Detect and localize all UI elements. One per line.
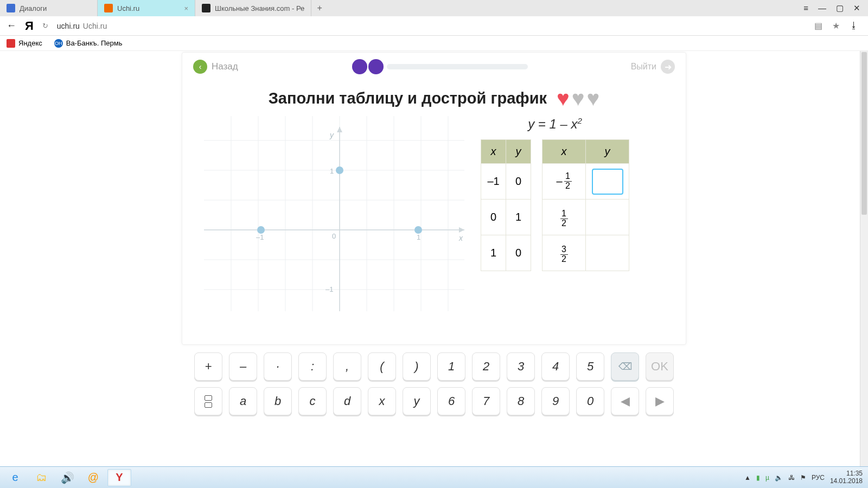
chevron-left-icon: ‹ xyxy=(193,60,207,74)
key-1[interactable]: 1 xyxy=(437,352,465,381)
values-table-right: xy –12 12 xyxy=(542,139,629,271)
tray-network-icon[interactable]: 🖧 xyxy=(788,474,795,481)
graph-point[interactable] xyxy=(257,226,265,234)
uchi-icon xyxy=(104,4,113,12)
equation: y = 1 – x2 xyxy=(528,116,582,132)
graph-point[interactable] xyxy=(414,226,422,234)
key-plus[interactable]: + xyxy=(194,352,222,381)
taskbar-at-icon[interactable]: @ xyxy=(81,469,105,486)
key-6[interactable]: 6 xyxy=(437,387,465,415)
key-0[interactable]: 0 xyxy=(576,387,604,415)
tab-uchi[interactable]: Uchi.ru × xyxy=(98,0,195,16)
key-3[interactable]: 3 xyxy=(507,352,535,381)
taskbar-clock[interactable]: 11:35 14.01.2018 xyxy=(830,470,863,485)
shield-icon[interactable]: ▤ xyxy=(814,21,822,31)
yandex-logo-icon[interactable]: Я xyxy=(25,19,34,33)
graph-canvas[interactable]: y x 0 1 –1 1 –1 xyxy=(204,116,464,311)
x-cell: 32 xyxy=(542,235,586,271)
url-text[interactable]: uchi.ruUchi.ru xyxy=(57,22,107,30)
key-comma[interactable]: , xyxy=(333,352,361,381)
tab-dialogs[interactable]: Диалоги xyxy=(0,0,98,16)
axis-y-label: y xyxy=(329,131,334,139)
bookmark-star-icon[interactable]: ★ xyxy=(832,21,840,31)
taskbar-sound-icon[interactable]: 🔊 xyxy=(55,469,79,486)
back-label: Назад xyxy=(212,61,238,72)
key-9[interactable]: 9 xyxy=(541,387,570,415)
tab-label: Uchi.ru xyxy=(117,4,139,12)
tray-volume-icon[interactable]: 🔈 xyxy=(775,474,783,481)
bookmark-yandex[interactable]: Яндекс xyxy=(18,39,42,47)
svg-marker-18 xyxy=(337,127,342,132)
new-tab-button[interactable]: + xyxy=(311,3,328,13)
hearts: ♥ ♥ ♥ xyxy=(557,86,599,111)
svg-text:–1: –1 xyxy=(256,233,264,241)
chat-icon xyxy=(7,4,15,12)
bookmarks-bar: Яндекс ОН Ва-Банкъ. Пермь xyxy=(0,36,868,51)
key-4[interactable]: 4 xyxy=(541,352,570,381)
progress-dot xyxy=(352,59,367,74)
bookmark-vabank[interactable]: Ва-Банкъ. Пермь xyxy=(66,39,123,47)
key-fraction[interactable] xyxy=(194,387,222,415)
key-7[interactable]: 7 xyxy=(472,387,500,415)
vabank-bookmark-icon: ОН xyxy=(54,39,63,48)
answer-cell[interactable] xyxy=(586,235,629,271)
tab-label: Диалоги xyxy=(20,4,47,12)
tray-action-icon[interactable]: ⚑ xyxy=(800,474,806,481)
key-dot[interactable]: · xyxy=(264,352,292,381)
maximize-icon[interactable]: ▢ xyxy=(836,3,844,13)
key-x[interactable]: x xyxy=(368,387,396,415)
heart-icon: ♥ xyxy=(557,86,570,111)
key-a[interactable]: a xyxy=(229,387,257,415)
menu-icon[interactable]: ≡ xyxy=(803,3,808,13)
progress-bar xyxy=(387,64,528,69)
close-icon[interactable]: × xyxy=(184,4,188,12)
window-close-icon[interactable]: ✕ xyxy=(853,3,860,13)
key-ok[interactable]: OK xyxy=(646,352,674,381)
taskbar-explorer-icon[interactable]: 🗂 xyxy=(29,469,53,486)
scrollbar-thumb[interactable] xyxy=(861,52,867,215)
key-y[interactable]: y xyxy=(403,387,431,415)
scrollbar[interactable] xyxy=(860,51,868,466)
key-right[interactable]: ▶ xyxy=(646,387,674,415)
taskbar-ie-icon[interactable]: e xyxy=(3,469,27,486)
download-icon[interactable]: ⭳ xyxy=(850,21,858,31)
key-backspace[interactable]: ⌫ xyxy=(611,352,639,381)
taskbar-yandex-icon[interactable]: Y xyxy=(107,469,131,486)
values-table-left: xy –10 01 10 xyxy=(481,139,531,271)
key-b[interactable]: b xyxy=(264,387,292,415)
key-5[interactable]: 5 xyxy=(576,352,604,381)
minimize-icon[interactable]: — xyxy=(818,3,826,13)
key-2[interactable]: 2 xyxy=(472,352,500,381)
lesson-exit-button[interactable]: Выйти ➜ xyxy=(631,60,675,74)
tab-znania[interactable]: Школьные Знания.com - Ре xyxy=(195,0,311,16)
tray-torrent-icon[interactable]: µ xyxy=(765,474,769,481)
exit-icon: ➜ xyxy=(661,60,675,74)
exit-label: Выйти xyxy=(631,62,656,72)
yandex-bookmark-icon xyxy=(7,39,15,48)
answer-cell[interactable] xyxy=(586,164,629,200)
key-colon[interactable]: : xyxy=(298,352,327,381)
tray-lang[interactable]: РУС xyxy=(812,474,825,481)
back-button[interactable]: ← xyxy=(7,20,16,31)
lesson-back-button[interactable]: ‹ Назад xyxy=(193,60,238,74)
key-lparen[interactable]: ( xyxy=(368,352,396,381)
reload-button[interactable]: ↻ xyxy=(42,22,48,30)
key-d[interactable]: d xyxy=(333,387,361,415)
tray-flag-icon[interactable]: ▲ xyxy=(744,474,751,481)
answer-input[interactable] xyxy=(592,169,623,195)
graph-point[interactable] xyxy=(336,166,343,174)
key-c[interactable]: c xyxy=(298,387,327,415)
browser-titlebar: Диалоги Uchi.ru × Школьные Знания.com - … xyxy=(0,0,868,16)
key-rparen[interactable]: ) xyxy=(403,352,431,381)
tray-battery-icon[interactable]: ▮ xyxy=(756,474,760,481)
tab-label: Школьные Знания.com - Ре xyxy=(215,4,304,12)
address-bar: ← Я ↻ uchi.ruUchi.ru ▤ ★ ⭳ xyxy=(0,16,868,36)
lesson-headline: Заполни таблицу и дострой график xyxy=(269,89,547,107)
axis-x-label: x xyxy=(458,234,463,242)
key-minus[interactable]: – xyxy=(229,352,257,381)
heart-icon: ♥ xyxy=(572,86,585,111)
svg-marker-16 xyxy=(459,227,464,233)
key-left[interactable]: ◀ xyxy=(611,387,639,415)
answer-cell[interactable] xyxy=(586,200,629,235)
key-8[interactable]: 8 xyxy=(507,387,535,415)
